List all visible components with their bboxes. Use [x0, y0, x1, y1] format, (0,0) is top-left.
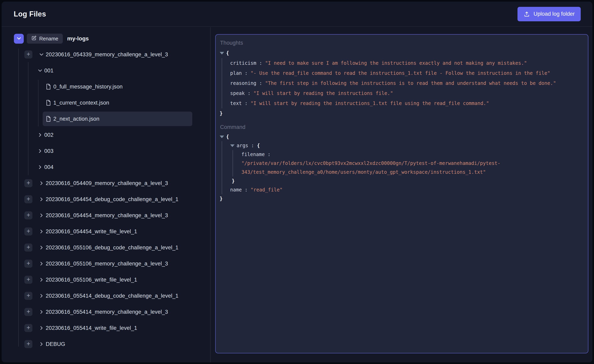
chevron-down-icon[interactable]	[38, 51, 45, 58]
folder-name: 20230616_054339_memory_challenge_a_level…	[46, 52, 168, 58]
add-tag-button[interactable]: +	[24, 195, 32, 203]
json-key: plan	[230, 70, 242, 76]
upload-icon	[524, 11, 530, 17]
file-tree: +20230616_054339_memory_challenge_a_leve…	[2, 46, 210, 352]
folder-name: 20230616_055414_write_file_level_1	[46, 325, 137, 331]
json-key: criticism	[230, 60, 256, 66]
tree-folder-row[interactable]: 001	[2, 63, 210, 79]
json-brace: {	[257, 143, 260, 148]
json-colon: :	[256, 60, 265, 66]
tree-folder-row[interactable]: +20230616_054339_memory_challenge_a_leve…	[2, 46, 210, 63]
folder-name: 20230616_054454_memory_challenge_a_level…	[46, 212, 168, 219]
folder-name: 20230616_054454_debug_code_challenge_a_l…	[46, 196, 178, 202]
tree-folder-row[interactable]: +20230616_055106_memory_challenge_a_leve…	[2, 256, 210, 272]
chevron-down-icon[interactable]	[37, 67, 43, 74]
chevron-right-icon[interactable]	[38, 212, 45, 219]
json-row: {	[220, 132, 588, 141]
chevron-right-icon[interactable]	[37, 132, 43, 138]
json-string-value: "The first step in following the instruc…	[265, 80, 556, 86]
tree-folder-row[interactable]: +20230616_054454_memory_challenge_a_leve…	[2, 207, 210, 223]
json-row: reasoning : "The first step in following…	[230, 78, 588, 88]
add-tag-button[interactable]: +	[24, 308, 32, 316]
chevron-right-icon[interactable]	[38, 196, 45, 202]
json-brace: {	[226, 50, 229, 56]
add-tag-button[interactable]: +	[24, 340, 32, 348]
file-icon	[46, 116, 51, 122]
chevron-right-icon[interactable]	[37, 148, 43, 154]
json-row: name : "read_file"	[230, 185, 588, 194]
add-tag-button[interactable]: +	[24, 324, 32, 332]
file-icon	[46, 84, 51, 90]
command-section: Command {args : {filename :"/private/var…	[220, 124, 588, 203]
tree-folder-row[interactable]: 002	[2, 127, 210, 143]
folder-name: 004	[44, 164, 54, 170]
json-colon: :	[242, 101, 250, 106]
chevron-right-icon[interactable]	[37, 164, 43, 170]
collapse-triangle-icon[interactable]	[220, 52, 224, 54]
chevron-right-icon[interactable]	[38, 244, 45, 251]
tree-folder-row[interactable]: 003	[2, 143, 210, 159]
app-window: Log Files Upload log folder	[2, 2, 592, 362]
chevron-right-icon[interactable]	[38, 325, 45, 331]
json-key: filename	[241, 152, 265, 157]
upload-button-label: Upload log folder	[533, 11, 575, 17]
file-name: 1_current_context.json	[53, 100, 109, 106]
add-tag-button[interactable]: +	[24, 276, 32, 284]
json-key: speak	[230, 91, 245, 96]
json-row: }	[220, 194, 588, 203]
json-brace: }	[220, 196, 223, 202]
folder-name: 20230616_054409_memory_challenge_a_level…	[46, 180, 168, 186]
json-row: text : "I will start by reading the inst…	[230, 98, 588, 108]
tree-folder-row[interactable]: +20230616_055414_write_file_level_1	[2, 320, 210, 336]
json-row: speak : "I will start by reading the ins…	[230, 88, 588, 98]
root-folder-name: my-logs	[67, 35, 89, 42]
add-tag-button[interactable]: +	[24, 228, 32, 235]
json-key: args	[236, 143, 248, 148]
collapse-triangle-icon[interactable]	[220, 136, 224, 138]
json-row: {	[220, 48, 588, 58]
add-tag-button[interactable]: +	[24, 211, 32, 219]
tree-folder-row[interactable]: +20230616_055414_debug_code_challenge_a_…	[2, 288, 210, 304]
tree-folder-row[interactable]: +20230616_055414_memory_challenge_a_leve…	[2, 304, 210, 320]
rename-button[interactable]: Rename	[27, 34, 63, 44]
chevron-right-icon[interactable]	[38, 341, 45, 347]
tree-folder-row[interactable]: +20230616_054454_write_file_level_1	[2, 223, 210, 240]
folder-name: 001	[44, 68, 54, 74]
add-tag-button[interactable]: +	[24, 51, 32, 58]
folder-name: 20230616_055106_debug_code_challenge_a_l…	[46, 245, 178, 251]
tree-folder-row[interactable]: +20230616_055106_write_file_level_1	[2, 272, 210, 288]
chevron-right-icon[interactable]	[38, 292, 45, 299]
tree-folder-row[interactable]: +DEBUG	[2, 336, 210, 352]
chevron-right-icon[interactable]	[38, 180, 45, 186]
tree-folder-row[interactable]: 004	[2, 159, 210, 175]
tree-folder-row[interactable]: +20230616_054409_memory_challenge_a_leve…	[2, 175, 210, 191]
tree-file-row[interactable]: 2_next_action.json	[2, 111, 210, 127]
thoughts-label: Thoughts	[220, 40, 588, 46]
add-tag-button[interactable]: +	[24, 260, 32, 268]
chevron-right-icon[interactable]	[38, 228, 45, 235]
add-tag-button[interactable]: +	[24, 244, 32, 252]
json-string-value: "I will start by reading the instruction…	[254, 91, 393, 96]
file-name: 2_next_action.json	[53, 116, 100, 122]
json-row: }	[220, 108, 588, 118]
root-collapse-button[interactable]	[14, 34, 24, 44]
tree-folder-row[interactable]: +20230616_054454_debug_code_challenge_a_…	[2, 191, 210, 207]
tree-file-row[interactable]: 1_current_context.json	[2, 95, 210, 111]
json-brace: }	[232, 178, 235, 184]
add-tag-button[interactable]: +	[24, 292, 32, 300]
upload-log-folder-button[interactable]: Upload log folder	[518, 7, 581, 21]
chevron-right-icon[interactable]	[38, 309, 45, 315]
header: Log Files Upload log folder	[2, 2, 592, 27]
json-key: text	[230, 101, 242, 106]
file-icon	[46, 100, 51, 106]
tree-file-row[interactable]: 0_full_message_history.json	[2, 79, 210, 95]
json-row: plan : "- Use the read_file command to r…	[230, 68, 588, 78]
collapse-triangle-icon[interactable]	[230, 144, 235, 147]
folder-name: 002	[44, 132, 54, 138]
chevron-right-icon[interactable]	[38, 260, 45, 267]
add-tag-button[interactable]: +	[24, 179, 32, 187]
tree-folder-row[interactable]: +20230616_055106_debug_code_challenge_a_…	[2, 240, 210, 256]
command-json-viewer: {args : {filename :"/private/var/folders…	[220, 132, 588, 203]
log-detail-panel: Thoughts {criticism : "I need to make su…	[215, 34, 588, 353]
chevron-right-icon[interactable]	[38, 277, 45, 283]
